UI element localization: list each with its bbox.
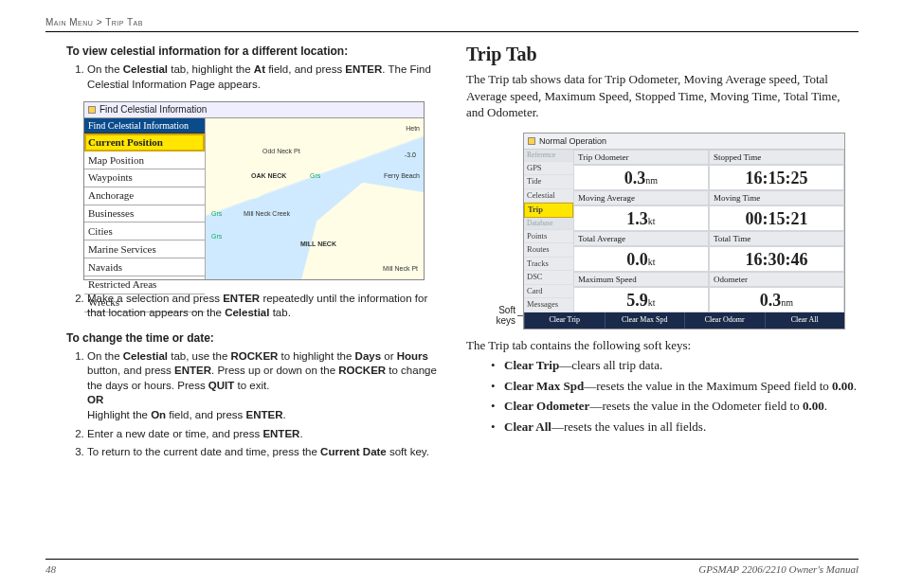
find-list-head: Find Celestial Information: [84, 118, 205, 134]
find-item-marine-services[interactable]: Marine Services: [84, 241, 205, 258]
hdr-total-time: Total Time: [709, 231, 844, 247]
softkey-clear-trip[interactable]: Clear Trip: [524, 312, 605, 329]
val-total-average: 0.0kt: [573, 246, 709, 271]
proc2-step3: To return to the current date and time, …: [87, 445, 438, 460]
fig1-title: Find Celestial Information: [99, 103, 207, 116]
find-item-waypoints[interactable]: Waypoints: [84, 169, 205, 187]
window-icon: [528, 137, 535, 145]
map-label: OAK NECK: [251, 171, 286, 180]
nav-messages[interactable]: Messages: [524, 298, 573, 312]
softkeys-list: Clear Trip—clears all trip data. Clear M…: [491, 357, 859, 435]
map-label: Hetn: [406, 124, 420, 133]
breadcrumb: Main Menu > Trip Tab: [45, 17, 859, 27]
map-label: Grs: [310, 171, 320, 180]
nav-tide[interactable]: Tide: [524, 175, 573, 188]
val-stopped-time: 16:15:25: [709, 165, 844, 189]
section-title: Trip Tab: [466, 42, 859, 67]
trip-tab-figure: Normal Operation Reference GPS Tide Cele…: [523, 133, 845, 330]
breadcrumb-sep: >: [97, 17, 102, 27]
map-label: Mill Neck Creek: [244, 209, 290, 218]
find-item-businesses[interactable]: Businesses: [84, 205, 205, 223]
softkeys-callout: Soft keys: [483, 305, 515, 326]
section-intro: The Trip tab shows data for Trip Odomete…: [466, 71, 859, 121]
map-label: Mill Neck Pt: [383, 264, 418, 273]
hdr-total-average: Total Average: [573, 231, 709, 247]
find-item-current-position[interactable]: Current Position: [84, 134, 205, 151]
nav-celestial[interactable]: Celestial: [524, 189, 573, 203]
val-total-time: 16:30:46: [709, 246, 844, 271]
softkey-clear-max-spd[interactable]: Clear Max Spd: [605, 312, 685, 329]
window-icon: [88, 106, 96, 114]
nav-points[interactable]: Points: [524, 230, 573, 243]
map-label: Odd Neck Pt: [262, 147, 300, 155]
softkey-clear-odometer[interactable]: Clear Odomr: [684, 312, 765, 329]
proc2-step1: On the Celestial tab, use the ROCKER to …: [87, 349, 438, 423]
map-pane: Hetn Odd Neck Pt -3.0 OAK NECK Grs Ferry…: [206, 118, 424, 279]
bullet-clear-max-spd: Clear Max Spd—resets the value in the Ma…: [491, 378, 859, 395]
proc1-head: To view celestial information for a diff…: [66, 44, 438, 59]
nav-gps[interactable]: GPS: [524, 162, 573, 175]
nav-routes[interactable]: Routes: [524, 243, 573, 257]
map-label: Grs: [211, 209, 222, 218]
proc2-list: On the Celestial tab, use the ROCKER to …: [87, 349, 438, 460]
nav-trip[interactable]: Trip: [524, 203, 573, 217]
page-footer: 48 GPSMAP 2206/2210 Owner's Manual: [45, 559, 859, 575]
softkeys-intro: The Trip tab contains the following soft…: [466, 337, 859, 354]
proc1-step1: On the Celestial tab, highlight the At f…: [87, 62, 438, 92]
val-moving-time: 00:15:21: [709, 205, 844, 230]
nav-card[interactable]: Card: [524, 285, 573, 298]
find-item-navaids[interactable]: Navaids: [84, 258, 205, 276]
bullet-clear-trip: Clear Trip—clears all trip data.: [491, 357, 859, 374]
map-label: MILL NECK: [300, 240, 336, 248]
find-celestial-figure: Find Celestial Information Find Celestia…: [83, 101, 425, 280]
proc1-step2: Make a selection and press ENTER repeate…: [87, 292, 438, 321]
nav-section-database: Database: [524, 218, 573, 230]
hdr-moving-average: Moving Average: [573, 190, 709, 206]
fig2-titlebar: Normal Operation: [524, 134, 844, 150]
find-item-cities[interactable]: Cities: [84, 223, 205, 241]
hdr-trip-odometer: Trip Odometer: [573, 150, 709, 166]
find-item-anchorage[interactable]: Anchorage: [84, 187, 205, 205]
bullet-clear-odometer: Clear Odometer—resets the value in the O…: [491, 398, 859, 415]
page-number: 48: [45, 563, 56, 575]
proc2-step2: Enter a new date or time, and press ENTE…: [87, 427, 438, 442]
map-label: -3.0: [405, 151, 416, 159]
hdr-moving-time: Moving Time: [709, 190, 844, 206]
bullet-clear-all: Clear All—resets the values in all field…: [491, 419, 859, 436]
hdr-maximum-speed: Maximum Speed: [573, 272, 709, 288]
val-maximum-speed: 5.9kt: [573, 287, 709, 312]
proc2-head: To change the time or date:: [66, 330, 438, 346]
nav-section-reference: Reference: [524, 150, 573, 162]
breadcrumb-main: Main Menu: [45, 17, 93, 27]
fig1-titlebar: Find Celestial Information: [84, 102, 424, 118]
proc1-list-cont: Make a selection and press ENTER repeate…: [87, 292, 438, 321]
book-title: GPSMAP 2206/2210 Owner's Manual: [698, 563, 859, 575]
find-list-pane: Find Celestial Information Current Posit…: [84, 118, 206, 279]
right-column: Trip Tab The Trip tab shows data for Tri…: [466, 42, 859, 464]
val-trip-odometer: 0.3nm: [573, 165, 709, 189]
breadcrumb-sub: Trip Tab: [105, 17, 143, 27]
val-odometer: 0.3nm: [709, 287, 844, 312]
hdr-odometer: Odometer: [709, 272, 844, 288]
trip-grid: Trip Odometer Stopped Time 0.3nm 16:15:2…: [573, 150, 844, 312]
hdr-stopped-time: Stopped Time: [709, 150, 844, 166]
left-column: To view celestial information for a diff…: [45, 42, 438, 464]
nav-tracks[interactable]: Tracks: [524, 258, 573, 271]
fig2-title: Normal Operation: [539, 135, 606, 147]
val-moving-average: 1.3kt: [573, 205, 709, 230]
proc1-list: On the Celestial tab, highlight the At f…: [87, 62, 438, 92]
softkey-clear-all[interactable]: Clear All: [765, 312, 845, 329]
map-label: Ferry Beach: [384, 171, 420, 180]
trip-nav: Reference GPS Tide Celestial Trip Databa…: [524, 150, 573, 312]
top-rule: [45, 31, 859, 32]
nav-dsc[interactable]: DSC: [524, 271, 573, 284]
map-label: Grs: [211, 232, 222, 241]
softkey-bar: Clear Trip Clear Max Spd Clear Odomr Cle…: [524, 312, 844, 329]
find-item-map-position[interactable]: Map Position: [84, 151, 205, 169]
